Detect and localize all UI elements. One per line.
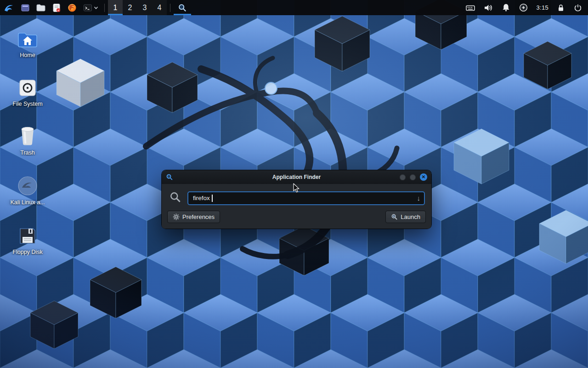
- text-editor-icon: [51, 3, 62, 13]
- updates[interactable]: [519, 3, 528, 12]
- workspace-switcher: 1 2 3 4: [108, 0, 167, 15]
- text-editor-button[interactable]: [49, 0, 64, 15]
- search-input[interactable]: firefox ↓: [187, 191, 425, 205]
- desktop-item-label: Home: [6, 52, 50, 58]
- gear-icon: [173, 213, 180, 220]
- home-icon: [17, 30, 38, 49]
- launch-icon: [391, 213, 398, 220]
- minimize-button[interactable]: [400, 174, 406, 180]
- notifications-icon: [501, 3, 511, 12]
- preferences-button[interactable]: Preferences: [167, 211, 220, 223]
- app-finder-button[interactable]: [174, 0, 191, 15]
- search-icon: [169, 191, 181, 205]
- panel-launchers: [17, 0, 101, 15]
- volume-control[interactable]: [483, 3, 493, 13]
- clock[interactable]: 3:15: [536, 4, 548, 11]
- window-title: Application Finder: [272, 174, 321, 180]
- panel-separator: [104, 4, 105, 12]
- file-manager-icon: [36, 3, 46, 13]
- kali-docs-icon: [17, 176, 38, 196]
- keyboard-indicator[interactable]: [465, 3, 475, 13]
- updates-icon: [519, 3, 528, 12]
- window-switch-button[interactable]: [17, 0, 33, 15]
- lock-icon: [556, 3, 565, 12]
- desktop-item-label: Floppy Disk: [6, 249, 50, 255]
- dialog-body: firefox ↓ Prefer: [162, 184, 431, 229]
- app-finder-window-icon: [166, 173, 173, 183]
- kali-menu-button[interactable]: [0, 0, 17, 15]
- maximize-button[interactable]: [410, 174, 416, 180]
- launch-button[interactable]: Launch: [385, 211, 426, 223]
- application-finder-window: Application Finder ✕ firefox ↓: [162, 170, 431, 229]
- workspace-1[interactable]: 1: [108, 0, 123, 15]
- titlebar[interactable]: Application Finder ✕: [162, 170, 431, 184]
- lock-screen[interactable]: [556, 3, 565, 12]
- desktop-item-label: File System: [6, 101, 50, 107]
- top-panel: 1 2 3 4: [0, 0, 588, 15]
- system-tray: 3:15: [465, 0, 588, 15]
- launch-label: Launch: [401, 213, 420, 220]
- workspace-2[interactable]: 2: [123, 0, 137, 15]
- text-caret: [212, 195, 213, 202]
- terminal-button[interactable]: [80, 0, 101, 15]
- desktop-item-file-system[interactable]: File System: [6, 74, 50, 107]
- desktop-item-label: Trash: [6, 150, 50, 156]
- floppy-disk-icon: [18, 226, 37, 246]
- kali-menu-icon: [3, 2, 14, 13]
- firefox-button[interactable]: [64, 0, 80, 15]
- volume-icon: [483, 3, 493, 13]
- power-menu[interactable]: [573, 3, 582, 12]
- file-manager-button[interactable]: [33, 0, 49, 15]
- app-finder-icon: [178, 3, 187, 12]
- panel-separator: [170, 4, 170, 12]
- workspace-4[interactable]: 4: [152, 0, 167, 15]
- desktop-item-home[interactable]: Home: [6, 25, 50, 58]
- close-button[interactable]: ✕: [420, 173, 427, 181]
- notifications[interactable]: [501, 3, 511, 12]
- workspace-3[interactable]: 3: [137, 0, 152, 15]
- desktop-item-floppy-disk[interactable]: Floppy Disk: [6, 222, 50, 255]
- chevron-down-icon: [94, 6, 98, 10]
- terminal-icon: [83, 3, 93, 13]
- window-switch-icon: [20, 3, 30, 13]
- desktop-item-trash[interactable]: Trash: [6, 122, 50, 156]
- search-input-text: firefox: [193, 195, 210, 201]
- desktop-item-label: Kali Linux a...: [6, 199, 50, 206]
- file-system-icon: [18, 78, 37, 98]
- trash-icon: [18, 125, 37, 146]
- desktop: 1 2 3 4: [0, 0, 588, 368]
- desktop-item-kali-docs[interactable]: Kali Linux a...: [6, 172, 50, 206]
- entry-dropdown-icon[interactable]: ↓: [417, 195, 421, 201]
- keyboard-icon: [465, 3, 475, 13]
- preferences-label: Preferences: [182, 213, 215, 220]
- power-icon: [573, 3, 582, 12]
- firefox-icon: [67, 3, 77, 13]
